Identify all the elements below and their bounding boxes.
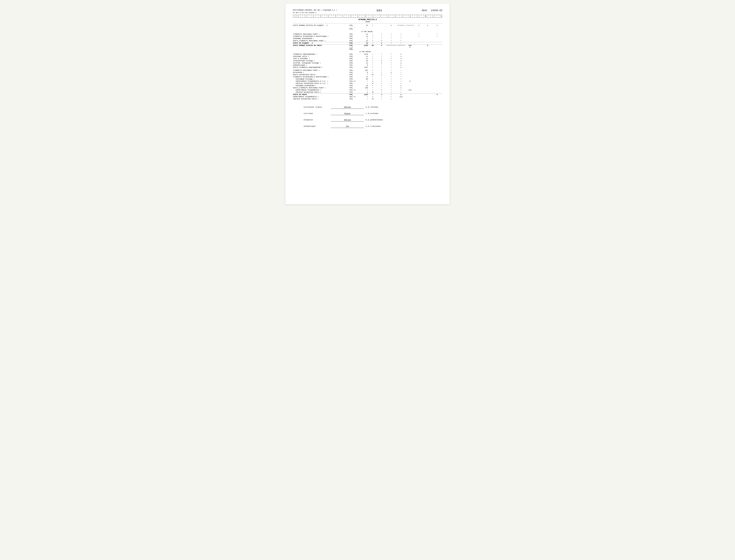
col-7: 1 xyxy=(343,15,344,17)
table-row-grand: ИТОГО ПРЯМЫЕ ЗАТРАТЫ ПО СМЕТЕ РУБ,•••оРУ… xyxy=(293,45,442,50)
table-row: СТОИМОСТЬ МАТЕРИАЛОВ И КОНСТРУКЦИЯ = РУБ… xyxy=(293,76,442,78)
row-v2: 4 xyxy=(377,45,386,50)
row-unit: РУБ, xyxy=(349,35,360,38)
row-v4: • xyxy=(396,38,405,40)
subtitle-row: В ТОМ ЧИСЛЕ: xyxy=(293,30,442,33)
row-label: СТОИМОСТЬ МОНТАЖНЫХ РАБОТ = xyxy=(293,69,349,72)
row-v4: о xyxy=(396,53,405,55)
document-page: ПРОГРАММНЫЙ КОМПЛЕКС АВС.ЭЕС ( РЕДАКЦИЯ … xyxy=(286,4,449,204)
row-unit: РУБ, xyxy=(349,33,360,35)
table-row: НОРМАТИВНАЯ ТРУДОЕМКОСТЬ = ЧЕЛ,•Ч • о • … xyxy=(293,96,442,98)
row-n: 90 xyxy=(360,78,368,80)
section-subtitle: 1000М xyxy=(293,21,442,23)
row-v3: о xyxy=(386,24,396,30)
row-v2: • xyxy=(377,91,386,94)
row-v2: • xyxy=(377,98,386,100)
col-11: 1 xyxy=(372,15,373,17)
sig-name-comp: Г,Ф,КАРЛОВА xyxy=(366,113,378,115)
col-4: 3 xyxy=(320,15,321,17)
row-v5 xyxy=(405,35,414,38)
row-n: 13 xyxy=(360,40,368,42)
row-v4: о xyxy=(396,62,405,64)
row-label: ЗАПАСНЫЕ ЧАСТИ = xyxy=(293,55,349,58)
row-label: ТРАНСПОРТНЫЕ РАСХОДЫ = xyxy=(293,60,349,62)
row-unit: РУБ, xyxy=(349,94,360,96)
row-n: 1187 xyxy=(360,66,368,69)
row-n: о xyxy=(360,91,368,94)
row-v3: • xyxy=(386,87,396,89)
row-n: 12 xyxy=(360,33,368,35)
row-v3: • xyxy=(386,64,396,66)
row-v4: • xyxy=(396,72,405,74)
sig-name-check: М,Б,ШИММЕРИМОВА xyxy=(366,119,383,121)
row-v1: •. xyxy=(368,69,377,72)
section-title: СЕЧЕНИЕ,ММ217Х2,5 xyxy=(293,19,442,21)
table-row: СТОИМОСТЬ МОНТАЖНЫХ РАБОТ = РУБ, 12 • • … xyxy=(293,33,442,35)
row-label: СМЕТНАЯ ЗАРАБОТНАЯ ПЛАТА = xyxy=(293,98,349,100)
row-unit: РУБ, xyxy=(349,98,360,100)
subtitle-row-2: В ТОМ ЧИСЛЕ: - xyxy=(293,50,442,53)
row-v1: о xyxy=(368,96,377,98)
row-v2: о xyxy=(377,94,386,96)
row-v2: • xyxy=(377,58,386,60)
row-v4: о xyxy=(396,60,405,62)
row-v8: о xyxy=(432,94,442,96)
row-unit: ЧЕЛ,•Ч xyxy=(349,96,360,98)
row-label: ИТОГО ПРЯМЫЕ ЗАТРАТЫ ПО СМЕТЕ xyxy=(293,45,349,50)
sig-row-head: НАЧАЛЬНИК ОТДЕЛА Шелюх Е,В,ТЕПЛОВА xyxy=(304,106,442,109)
table-row: ПЛАНОВЫЕ НАКОПЛЕНИЯ = РУБ, 1 • • • • xyxy=(293,38,442,40)
row-v1: • xyxy=(368,58,377,60)
row-v4: •. xyxy=(396,91,405,94)
row-v4: о xyxy=(396,55,405,58)
row-label: КОМПЛЕКТАЦИЯ = xyxy=(293,64,349,66)
table-row: СТОИМОСТЬ ОБОРУДОВАНИЯ = РУБ, 1078 • • •… xyxy=(293,53,442,55)
col-2: 2 xyxy=(306,15,307,17)
row-v2: • xyxy=(377,55,386,58)
row-n: 21 xyxy=(360,58,368,60)
row-n: 14 xyxy=(360,62,368,64)
row-n: 230 xyxy=(360,87,368,89)
row-v2: о xyxy=(377,60,386,62)
row-v4: • xyxy=(396,89,405,91)
row-unit: ЧЕЛ,•Ч xyxy=(349,80,360,82)
sig-line-comp: Карпи xyxy=(331,112,364,115)
row-unit: РУБ, xyxy=(349,78,360,80)
table-row: КОМПЛЕКТАЦИЯ = РУБ, 8 • • • о xyxy=(293,64,442,66)
row-v4: о xyxy=(396,94,405,96)
row-v4: • xyxy=(396,69,405,72)
table-row: СМЕТНАЯ ЗАРАБОТНАЯ ПЛАТА В Ч,Р, = РУБ, •… xyxy=(293,82,442,85)
row-n: • xyxy=(360,74,368,76)
row-v7 xyxy=(423,35,432,38)
row-v1: • xyxy=(368,35,377,38)
doc-number: 3041 xyxy=(422,9,427,12)
page-header: ПРОГРАММНЫЙ КОМПЛЕКС АВС.ЭЕС ( РЕДАКЦИЯ … xyxy=(293,9,442,14)
table-row: ВСЕГО,СТОИМОСТЬ ОБОРУДОВАНИЯ = РУБ, 1187… xyxy=(293,66,442,69)
row-label: СТОИМОСТЬ ОБОРУДОВАНИЯ = xyxy=(293,53,349,55)
col-13: 1 xyxy=(387,15,388,17)
row-v4: о xyxy=(396,58,405,60)
header-right: 3041 23345-03 xyxy=(422,9,442,12)
table-row: МАТЕРИАЛЫ = РУБ, 8 • • о • xyxy=(293,72,442,74)
row-n: • xyxy=(360,89,368,91)
table-row: ЗАГОТОВ.-СКЛАДСКИЕ РАСХОДЫ = РУБ, 14 • о… xyxy=(293,62,442,64)
row-v4: • xyxy=(396,33,405,35)
row-v3: • xyxy=(386,80,396,82)
table-row-total: ИТОГО ПО РАЗДЕЛУ 2 РУБ, 13 • о • • xyxy=(293,42,442,45)
row-v2: • xyxy=(377,53,386,55)
row-v4: • xyxy=(396,78,405,80)
row-v1: • xyxy=(368,60,377,62)
row-n: 1425 xyxy=(360,94,368,96)
doc-code: 23345-03 xyxy=(431,9,442,12)
row-v1: 75 xyxy=(368,98,377,100)
row-label: СМЕТНАЯ ЗАРАБОТНАЯ ПЛАТА В Ч,Р, = xyxy=(293,82,349,85)
row-v6 xyxy=(414,45,423,50)
row-n: 12 xyxy=(360,76,368,78)
row-v2 xyxy=(377,24,386,30)
row-v4: • xyxy=(396,35,405,38)
row-v2: • xyxy=(377,35,386,38)
row-v3: • xyxy=(386,91,396,94)
row-label: СТОИМОСТЬ МАТЕРИАЛОВ И КОНСТРУКЦИЯ = xyxy=(293,76,349,78)
row-v4: ••••о••• xyxy=(396,24,405,30)
table-row-final-total: ИТОГО ПО СМЕТЕ РУБ, 1425 • о • о о xyxy=(293,94,442,96)
row-v4: • xyxy=(396,82,405,85)
